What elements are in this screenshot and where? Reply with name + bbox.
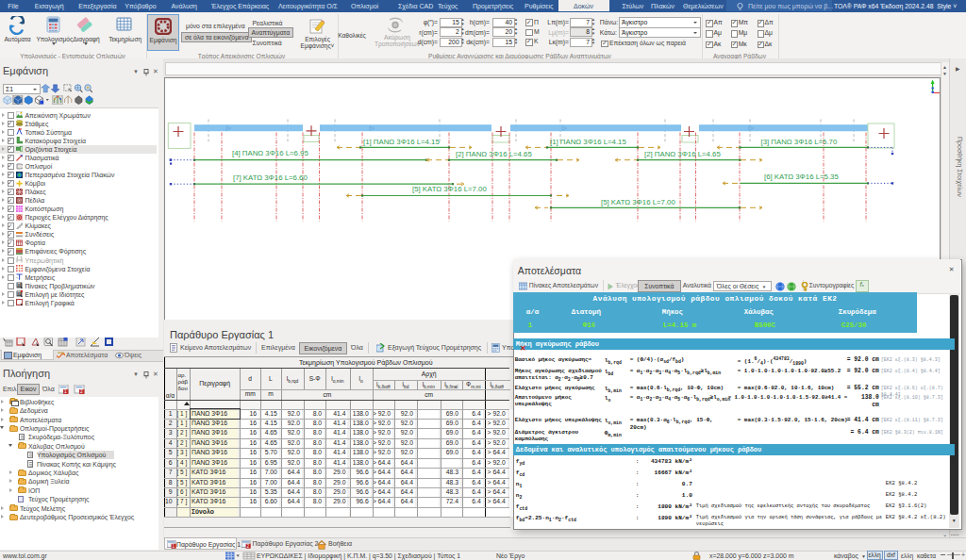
svg-text:2: 2: [80, 389, 83, 394]
svg-text:Π: Π: [17, 284, 20, 288]
svg-text:2: 2: [247, 544, 250, 549]
svg-text:1: 1: [172, 544, 175, 549]
svg-text:Π: Π: [17, 292, 20, 297]
svg-text:x: x: [941, 86, 944, 91]
svg-text:1: 1: [64, 389, 67, 394]
